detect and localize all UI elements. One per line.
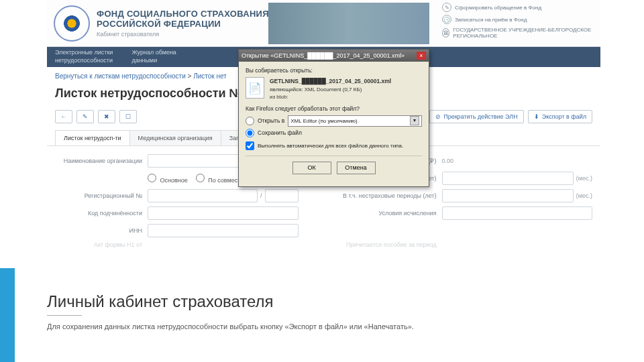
kod-input[interactable] [148,206,299,220]
stazh-years-input[interactable] [442,172,574,185]
file-info: GETLNINS_██████_2017_04_25_00001.xml явл… [270,77,391,101]
brand-block: ФОНД СОЦИАЛЬНОГО СТРАХОВАНИЯ РОССИЙСКОЙ … [97,9,269,38]
header: ФОНД СОЦИАЛЬНОГО СТРАХОВАНИЯ РОССИЙСКОЙ … [47,0,600,47]
remember-checkbox[interactable] [246,141,254,150]
slide-caption: Личный кабинет страхователя Для сохранен… [0,268,644,362]
nestr-years-input[interactable] [442,189,574,202]
open-with-select[interactable]: XML Editor (по умолчанию)▾ [288,115,422,127]
brand-line1: ФОНД СОЦИАЛЬНОГО СТРАХОВАНИЯ [97,9,269,19]
dialog-question: Как Firefox следует обработать этот файл… [246,105,422,112]
filename: GETLNINS_██████_2017_04_25_00001.xml [270,78,391,84]
delete-button[interactable]: ✖ [98,110,115,123]
accent-bar [0,268,15,362]
breadcrumb-back[interactable]: Вернуться к листкам нетрудоспособности [55,72,186,80]
file-icon: 📄 [246,77,264,99]
dialog-titlebar[interactable]: Открытие «GETLNINS_██████_2017_04_25_000… [239,50,429,62]
radio-save[interactable] [246,129,254,137]
akt-label: Акт формы Н1 от [55,241,142,248]
remember-checkbox-row[interactable]: Выполнять автоматически для всех файлов … [246,141,422,150]
stop-eln-button[interactable]: ⊘Прекратить действие ЭЛН [429,110,524,123]
tab-sheet[interactable]: Листок нетрудосп-ти [55,130,130,145]
radio-main[interactable]: Основное [148,174,188,184]
nestr-label: В т.ч. нестраховые периоды (лет) [336,192,437,199]
building-icon: 🏛 [442,28,449,38]
org-label: Наименование организации [55,158,142,164]
usl-input[interactable] [442,206,593,220]
option-open[interactable]: Открыть в XML Editor (по умолчанию)▾ [246,115,422,127]
period-label: Причитается пособие за период [336,241,437,248]
nav-eln[interactable]: Электронные листкинетрудоспособности [55,49,113,64]
breadcrumb-current: Листок нет [193,72,227,80]
download-icon: ⬇ [534,113,539,120]
link-appointment[interactable]: 🕓Записаться на приём в Фонд [442,15,596,24]
inn-input[interactable] [148,224,299,237]
fss-logo [54,5,90,42]
radio-open[interactable] [246,117,254,125]
header-banner-image [268,3,429,44]
clock-icon: 🕓 [442,15,451,24]
back-button[interactable]: ← [55,110,72,123]
ok-button[interactable]: ОК [292,162,331,174]
inn-label: ИНН [55,227,142,234]
stop-icon: ⊘ [435,113,441,120]
dialog-prompt: Вы собираетесь открыть: [246,67,422,74]
chevron-down-icon: ▾ [410,116,419,125]
dialog-title: Открытие «GETLNINS_██████_2017_04_25_000… [241,52,405,59]
misc-button[interactable]: ☐ [119,110,137,123]
tab-medorg[interactable]: Медицинская организация [129,130,221,145]
avg-value: 0.00 [442,158,593,164]
reg-input-2[interactable] [265,189,299,202]
cancel-button[interactable]: Отмена [337,162,376,174]
brand-line2: РОССИЙСКОЙ ФЕДЕРАЦИИ [97,19,269,29]
header-links: ✎Сформировать обращение в Фонд 🕓Записать… [442,3,596,42]
close-icon[interactable]: × [417,52,426,60]
fade-overlay [47,248,600,268]
brand-sub: Кабинет страхователя [97,31,269,38]
reg-input-1[interactable] [148,189,258,202]
caption-title: Личный кабинет страхователя [47,292,414,311]
file-type: являющийся: XML Document (0,7 КБ) [270,86,362,93]
option-save[interactable]: Сохранить файл [246,129,422,137]
kod-label: Код подчинённости [55,210,142,217]
edit-button[interactable]: ✎ [76,110,94,123]
download-dialog: Открытие «GETLNINS_██████_2017_04_25_000… [238,49,429,187]
export-button[interactable]: ⬇Экспорт в файл [528,110,592,123]
pencil-icon: ✎ [442,3,451,12]
caption-text: Для сохранения данных листка нетрудоспос… [47,322,414,330]
link-institution[interactable]: 🏛ГОСУДАРСТВЕННОЕ УЧРЕЖДЕНИЕ-БЕЛГОРОДСКОЕ… [442,27,596,39]
file-from: из blob: [270,94,288,100]
reg-label: Регистрационный № [55,192,142,199]
link-appeal[interactable]: ✎Сформировать обращение в Фонд [442,3,596,12]
usl-label: Условия исчисления [336,210,437,217]
nav-journal[interactable]: Журнал обменаданными [131,49,176,64]
